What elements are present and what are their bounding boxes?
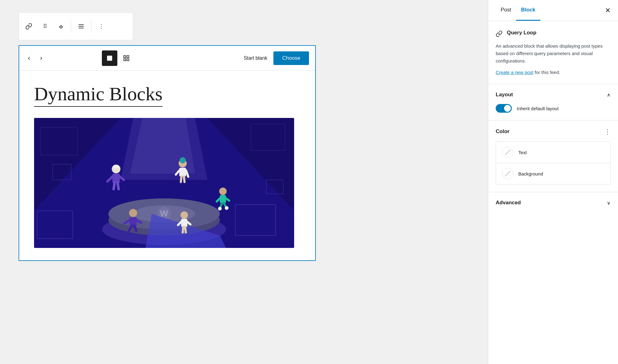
color-options-box: Text Background: [496, 141, 611, 184]
more-options-icon[interactable]: ⋮: [94, 17, 109, 36]
svg-rect-53: [181, 219, 187, 227]
layout-collapse-icon[interactable]: ∧: [607, 92, 611, 98]
advanced-title: Advanced: [496, 200, 521, 206]
toolbar-right: Start blank Choose: [244, 51, 309, 65]
svg-line-57: [185, 227, 186, 232]
color-title: Color: [496, 128, 509, 135]
text-color-circle: [502, 147, 513, 158]
layout-row: Inherit default layout: [496, 104, 611, 113]
single-view-button[interactable]: [102, 50, 117, 66]
query-loop-icon: [496, 30, 503, 39]
start-blank-label: Start blank: [244, 55, 267, 61]
advanced-header: Advanced ∨: [496, 200, 611, 206]
editor-area: ⠿ ⋮ ‹ ›: [0, 0, 488, 364]
query-loop-block: ‹ › Start blank: [19, 45, 316, 261]
svg-point-30: [113, 165, 119, 168]
block-inner-toolbar: ‹ › Start blank: [19, 46, 315, 71]
post-title: Dynamic Blocks: [34, 83, 163, 107]
svg-line-29: [118, 183, 119, 189]
svg-rect-25: [112, 174, 120, 183]
background-color-option[interactable]: Background: [496, 163, 610, 184]
svg-rect-5: [127, 55, 129, 57]
query-loop-header: Query Loop: [496, 30, 611, 39]
svg-line-36: [181, 176, 181, 182]
inherit-layout-label: Inherit default layout: [517, 106, 559, 111]
query-loop-section: Query Loop An advanced block that allows…: [488, 21, 618, 84]
create-post-text: Create a new post for this feed.: [496, 70, 560, 75]
up-down-icon[interactable]: [54, 17, 68, 36]
svg-point-52: [181, 211, 188, 219]
color-options-icon[interactable]: ⋮: [604, 128, 611, 135]
grid-view-button[interactable]: [119, 50, 134, 66]
sidebar: Post Block ✕ Query Loop An advanced bloc…: [488, 0, 618, 364]
drag-icon[interactable]: ⠿: [37, 17, 52, 36]
choose-button[interactable]: Choose: [273, 51, 309, 65]
svg-point-44: [218, 207, 222, 210]
block-toolbar: ⠿ ⋮: [19, 12, 133, 40]
svg-line-56: [183, 227, 183, 232]
svg-point-32: [180, 157, 186, 163]
view-icons: [102, 50, 134, 66]
tab-block[interactable]: Block: [516, 0, 540, 21]
advanced-collapse-icon[interactable]: ∨: [607, 200, 611, 206]
next-button[interactable]: ›: [37, 53, 45, 63]
svg-text:W: W: [160, 209, 168, 218]
query-loop-description: An advanced block that allows displaying…: [496, 42, 611, 65]
inherit-layout-toggle[interactable]: [496, 104, 512, 113]
sidebar-tabs: Post Block ✕: [488, 0, 618, 21]
svg-point-46: [129, 209, 137, 217]
svg-rect-6: [124, 58, 126, 60]
prev-button[interactable]: ‹: [25, 53, 33, 63]
svg-rect-39: [220, 195, 226, 203]
create-post-link[interactable]: Create a new post: [496, 70, 533, 75]
svg-point-38: [219, 188, 227, 195]
text-color-label: Text: [518, 150, 527, 155]
background-color-label: Background: [518, 171, 543, 176]
link-icon[interactable]: [21, 17, 36, 36]
advanced-section: Advanced ∨: [488, 192, 618, 213]
svg-rect-3: [107, 55, 112, 61]
align-center-icon[interactable]: [74, 17, 89, 36]
color-section: Color ⋮ Text Background: [488, 120, 618, 192]
query-loop-title: Query Loop: [507, 30, 536, 36]
svg-rect-33: [179, 168, 186, 176]
text-color-option[interactable]: Text: [496, 142, 610, 163]
color-header: Color ⋮: [496, 128, 611, 135]
tab-post[interactable]: Post: [496, 0, 516, 21]
svg-rect-4: [124, 55, 126, 57]
layout-header: Layout ∧: [496, 92, 611, 98]
svg-point-45: [225, 206, 228, 210]
layout-title: Layout: [496, 92, 513, 98]
block-content: Dynamic Blocks: [19, 71, 315, 260]
svg-line-37: [184, 176, 185, 182]
illustration: W: [34, 118, 294, 248]
svg-line-51: [134, 226, 136, 231]
close-button[interactable]: ✕: [605, 7, 611, 14]
svg-rect-7: [127, 58, 129, 60]
background-color-circle: [502, 168, 513, 179]
svg-line-28: [114, 183, 115, 189]
svg-rect-47: [129, 217, 137, 226]
layout-section: Layout ∧ Inherit default layout: [488, 84, 618, 120]
